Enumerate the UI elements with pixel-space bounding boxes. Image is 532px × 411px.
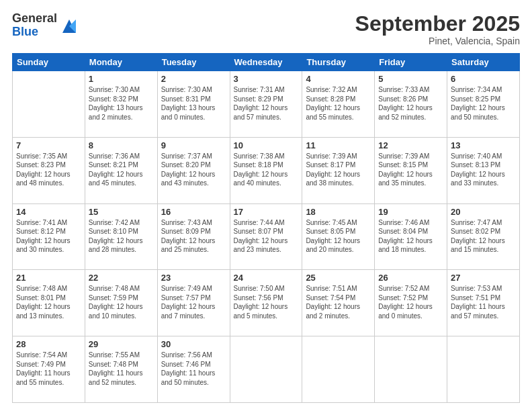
day-number: 7 [16,140,81,150]
cell-info: Sunrise: 7:31 AM Sunset: 8:29 PM Dayligh… [234,85,299,122]
table-cell [230,336,302,403]
cell-info: Sunrise: 7:51 AM Sunset: 7:54 PM Dayligh… [306,284,371,320]
table-cell: 2Sunrise: 7:30 AM Sunset: 8:31 PM Daylig… [157,71,230,138]
table-cell: 24Sunrise: 7:50 AM Sunset: 7:56 PM Dayli… [230,270,302,336]
day-number: 9 [161,140,226,150]
day-number: 10 [234,140,299,150]
cell-info: Sunrise: 7:35 AM Sunset: 8:23 PM Dayligh… [16,152,81,188]
cell-info: Sunrise: 7:34 AM Sunset: 8:25 PM Dayligh… [451,85,516,122]
subtitle: Pinet, Valencia, Spain [355,36,520,46]
month-title: September 2025 [355,12,520,36]
table-cell [447,336,520,403]
calendar-table: Sunday Monday Tuesday Wednesday Thursday… [12,53,520,403]
cell-info: Sunrise: 7:50 AM Sunset: 7:56 PM Dayligh… [234,284,299,320]
day-number: 13 [451,140,516,150]
cell-info: Sunrise: 7:52 AM Sunset: 7:52 PM Dayligh… [378,284,443,320]
table-cell: 19Sunrise: 7:46 AM Sunset: 8:04 PM Dayli… [375,203,447,270]
page: General Blue September 2025 Pinet, Valen… [0,0,532,411]
day-number: 15 [89,207,154,217]
cell-info: Sunrise: 7:53 AM Sunset: 7:51 PM Dayligh… [451,284,516,320]
day-number: 25 [306,273,371,283]
table-cell: 8Sunrise: 7:36 AM Sunset: 8:21 PM Daylig… [85,137,157,203]
table-cell [302,336,375,403]
table-cell: 27Sunrise: 7:53 AM Sunset: 7:51 PM Dayli… [447,270,520,336]
table-cell: 3Sunrise: 7:31 AM Sunset: 8:29 PM Daylig… [230,71,302,138]
day-number: 28 [16,339,81,349]
cell-info: Sunrise: 7:39 AM Sunset: 8:15 PM Dayligh… [378,152,443,188]
table-cell: 23Sunrise: 7:49 AM Sunset: 7:57 PM Dayli… [157,270,230,336]
logo-general: General [12,12,57,26]
day-number: 27 [451,273,516,283]
cell-info: Sunrise: 7:30 AM Sunset: 8:32 PM Dayligh… [89,85,154,122]
calendar-week-row: 1Sunrise: 7:30 AM Sunset: 8:32 PM Daylig… [13,71,520,138]
day-number: 8 [89,140,154,150]
day-number: 19 [378,207,443,217]
cell-info: Sunrise: 7:38 AM Sunset: 8:18 PM Dayligh… [234,152,299,188]
day-number: 21 [16,273,81,283]
table-cell: 29Sunrise: 7:55 AM Sunset: 7:48 PM Dayli… [85,336,157,403]
table-cell: 26Sunrise: 7:52 AM Sunset: 7:52 PM Dayli… [375,270,447,336]
cell-info: Sunrise: 7:43 AM Sunset: 8:09 PM Dayligh… [161,218,226,255]
day-number: 23 [161,273,226,283]
cell-info: Sunrise: 7:49 AM Sunset: 7:57 PM Dayligh… [161,284,226,320]
table-cell: 18Sunrise: 7:45 AM Sunset: 8:05 PM Dayli… [302,203,375,270]
table-cell: 28Sunrise: 7:54 AM Sunset: 7:49 PM Dayli… [13,336,85,403]
col-saturday: Saturday [447,54,520,71]
table-cell: 7Sunrise: 7:35 AM Sunset: 8:23 PM Daylig… [13,137,85,203]
day-number: 2 [161,74,226,84]
logo-icon [60,17,79,36]
table-cell: 9Sunrise: 7:37 AM Sunset: 8:20 PM Daylig… [157,137,230,203]
day-number: 11 [306,140,371,150]
calendar-week-row: 14Sunrise: 7:41 AM Sunset: 8:12 PM Dayli… [13,203,520,270]
col-wednesday: Wednesday [230,54,302,71]
logo: General Blue [12,12,79,39]
day-number: 3 [234,74,299,84]
cell-info: Sunrise: 7:47 AM Sunset: 8:02 PM Dayligh… [451,218,516,255]
day-number: 12 [378,140,443,150]
col-thursday: Thursday [302,54,375,71]
table-cell: 1Sunrise: 7:30 AM Sunset: 8:32 PM Daylig… [85,71,157,138]
day-number: 6 [451,74,516,84]
cell-info: Sunrise: 7:39 AM Sunset: 8:17 PM Dayligh… [306,152,371,188]
day-number: 20 [451,207,516,217]
calendar-week-row: 21Sunrise: 7:48 AM Sunset: 8:01 PM Dayli… [13,270,520,336]
cell-info: Sunrise: 7:37 AM Sunset: 8:20 PM Dayligh… [161,152,226,188]
cell-info: Sunrise: 7:44 AM Sunset: 8:07 PM Dayligh… [234,218,299,255]
table-cell: 15Sunrise: 7:42 AM Sunset: 8:10 PM Dayli… [85,203,157,270]
table-cell: 17Sunrise: 7:44 AM Sunset: 8:07 PM Dayli… [230,203,302,270]
calendar-week-row: 7Sunrise: 7:35 AM Sunset: 8:23 PM Daylig… [13,137,520,203]
table-cell: 16Sunrise: 7:43 AM Sunset: 8:09 PM Dayli… [157,203,230,270]
day-number: 5 [378,74,443,84]
cell-info: Sunrise: 7:41 AM Sunset: 8:12 PM Dayligh… [16,218,81,255]
col-friday: Friday [375,54,447,71]
cell-info: Sunrise: 7:33 AM Sunset: 8:26 PM Dayligh… [378,85,443,122]
table-cell: 12Sunrise: 7:39 AM Sunset: 8:15 PM Dayli… [375,137,447,203]
table-cell: 25Sunrise: 7:51 AM Sunset: 7:54 PM Dayli… [302,270,375,336]
cell-info: Sunrise: 7:54 AM Sunset: 7:49 PM Dayligh… [16,351,81,387]
table-cell: 4Sunrise: 7:32 AM Sunset: 8:28 PM Daylig… [302,71,375,138]
cell-info: Sunrise: 7:46 AM Sunset: 8:04 PM Dayligh… [378,218,443,255]
table-cell: 21Sunrise: 7:48 AM Sunset: 8:01 PM Dayli… [13,270,85,336]
day-number: 17 [234,207,299,217]
table-cell: 22Sunrise: 7:48 AM Sunset: 7:59 PM Dayli… [85,270,157,336]
day-number: 24 [234,273,299,283]
day-number: 30 [161,339,226,349]
table-cell [375,336,447,403]
cell-info: Sunrise: 7:56 AM Sunset: 7:46 PM Dayligh… [161,351,226,387]
calendar-week-row: 28Sunrise: 7:54 AM Sunset: 7:49 PM Dayli… [13,336,520,403]
table-cell: 30Sunrise: 7:56 AM Sunset: 7:46 PM Dayli… [157,336,230,403]
day-number: 26 [378,273,443,283]
logo-text: General Blue [12,12,57,39]
day-number: 16 [161,207,226,217]
col-tuesday: Tuesday [157,54,230,71]
cell-info: Sunrise: 7:48 AM Sunset: 7:59 PM Dayligh… [89,284,154,320]
day-number: 1 [89,74,154,84]
cell-info: Sunrise: 7:32 AM Sunset: 8:28 PM Dayligh… [306,85,371,122]
header: General Blue September 2025 Pinet, Valen… [12,12,520,46]
table-cell: 6Sunrise: 7:34 AM Sunset: 8:25 PM Daylig… [447,71,520,138]
logo-blue: Blue [12,26,57,39]
day-number: 14 [16,207,81,217]
cell-info: Sunrise: 7:30 AM Sunset: 8:31 PM Dayligh… [161,85,226,122]
table-cell: 11Sunrise: 7:39 AM Sunset: 8:17 PM Dayli… [302,137,375,203]
col-sunday: Sunday [13,54,85,71]
